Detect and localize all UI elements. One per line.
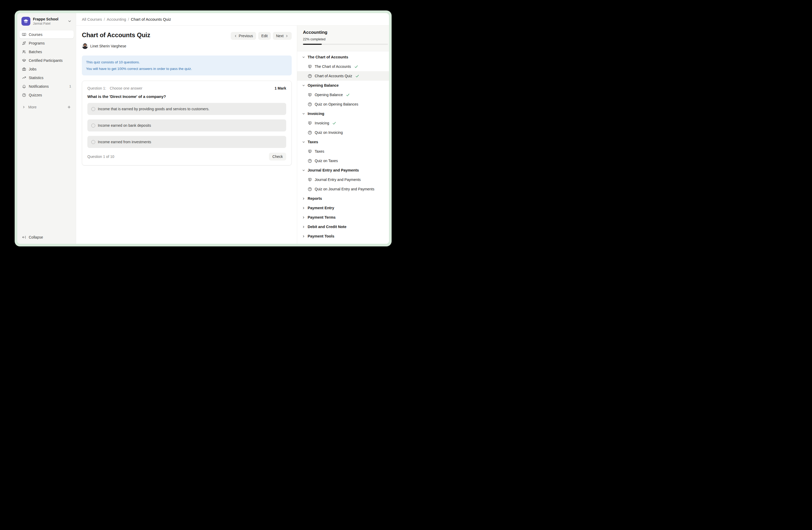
quiz-info-line2: You will have to get 100% correct answer… xyxy=(86,66,288,72)
outline-section-journal-entry-and-payments[interactable]: Journal Entry and Payments xyxy=(297,166,389,175)
answer-option-label: Income earned on bank deposits xyxy=(98,123,151,127)
completed-check-icon xyxy=(354,65,358,69)
outline-quiz-invoicing[interactable]: Quiz on Invoicing xyxy=(297,128,389,137)
outline-section-invoicing[interactable]: Invoicing xyxy=(297,109,389,118)
lesson-video-icon xyxy=(308,93,312,97)
outline-section-payment-tools[interactable]: Payment Tools xyxy=(297,232,389,241)
previous-button[interactable]: Previous xyxy=(231,32,256,40)
sidebar-item-statistics[interactable]: Statistics xyxy=(19,73,74,82)
workspace-switcher[interactable]: Frappe School Jannat Patel xyxy=(19,16,74,26)
outline-item-label: Opening Balance xyxy=(315,93,343,97)
outline-section-title: Invoicing xyxy=(308,112,324,116)
breadcrumb-separator: / xyxy=(128,17,129,22)
users-icon xyxy=(22,50,26,54)
sidebar-item-certified-participants[interactable]: Certified Participants xyxy=(19,56,74,65)
sidebar-item-notifications[interactable]: Notifications 1 xyxy=(19,82,74,90)
answer-options: Income that is earned by providing goods… xyxy=(87,103,286,148)
help-circle-icon xyxy=(22,93,26,97)
chevron-left-icon xyxy=(234,34,237,38)
desktop-background: Frappe School Jannat Patel Courses Progr… xyxy=(0,0,406,265)
outline-lesson-taxes[interactable]: Taxes xyxy=(297,147,389,156)
outline-lesson-invoicing[interactable]: Invoicing xyxy=(297,118,389,128)
question-marks: 1 Mark xyxy=(275,86,286,90)
sidebar-item-label: Statistics xyxy=(29,76,43,80)
sidebar-spacer xyxy=(19,111,74,233)
sidebar-item-label: Courses xyxy=(29,32,42,37)
outline-section-chart-of-accounts[interactable]: The Chart of Accounts xyxy=(297,52,389,62)
body-row: Chart of Accounts Quiz Previous Edit xyxy=(76,26,389,244)
chevron-right-icon xyxy=(302,206,305,210)
plus-icon[interactable] xyxy=(67,105,71,109)
outline-quiz-taxes[interactable]: Quiz on Taxes xyxy=(297,156,389,166)
previous-label: Previous xyxy=(239,34,253,38)
question-pagination: Question 1 of 10 xyxy=(87,154,114,159)
outline-section-title: Payment Terms xyxy=(308,215,336,220)
page-title: Chart of Accounts Quiz xyxy=(82,31,150,39)
radio-button[interactable] xyxy=(91,107,95,111)
sidebar-more-toggle[interactable]: More xyxy=(19,103,74,111)
chevron-right-icon xyxy=(285,34,289,38)
outline-lesson-journal-entry-and-payments[interactable]: Journal Entry and Payments xyxy=(297,175,389,184)
sidebar-item-programs[interactable]: Programs xyxy=(19,39,74,47)
course-progress-text: 22% completed xyxy=(303,38,383,41)
trending-up-icon xyxy=(22,76,26,80)
question-number-label: Question 1: xyxy=(87,86,106,90)
sidebar-item-jobs[interactable]: Jobs xyxy=(19,65,74,73)
course-panel-header: Accounting 22% completed xyxy=(297,26,389,51)
answer-option-3[interactable]: Income earned from investments xyxy=(87,136,286,148)
breadcrumb-all-courses[interactable]: All Courses xyxy=(82,17,102,22)
sidebar-item-courses[interactable]: Courses xyxy=(19,30,74,39)
author-name: Linet Sherin Varghese xyxy=(90,44,126,48)
breadcrumb-accounting[interactable]: Accounting xyxy=(107,17,126,22)
edit-button[interactable]: Edit xyxy=(258,32,271,40)
next-label: Next xyxy=(276,34,284,38)
sidebar-item-quizzes[interactable]: Quizzes xyxy=(19,91,74,99)
sidebar-nav: Courses Programs Batches Certified Parti… xyxy=(19,30,74,99)
chevron-down-icon xyxy=(302,84,305,87)
sidebar-more-label: More xyxy=(28,105,37,109)
completed-check-icon xyxy=(332,121,336,125)
outline-section-debit-and-credit-note[interactable]: Debit and Credit Note xyxy=(297,222,389,232)
outline-section-payment-terms[interactable]: Payment Terms xyxy=(297,213,389,222)
sidebar-collapse-button[interactable]: Collapse xyxy=(19,233,74,241)
outline-lesson-opening-balance[interactable]: Opening Balance xyxy=(297,90,389,99)
lesson-video-icon xyxy=(308,65,312,69)
breadcrumb-separator: / xyxy=(104,17,105,22)
outline-section-title: Reports xyxy=(308,196,322,200)
outline-section-payment-entry[interactable]: Payment Entry xyxy=(297,203,389,213)
progress-fill xyxy=(303,44,322,45)
answer-option-1[interactable]: Income that is earned by providing goods… xyxy=(87,103,286,115)
radio-button[interactable] xyxy=(91,124,95,127)
quiz-toolbar: Previous Edit Next xyxy=(231,32,292,40)
route-icon xyxy=(22,41,26,45)
outline-item-label: Quiz on Opening Balances xyxy=(315,102,358,106)
quiz-card: Question 1: Choose one answer 1 Mark Wha… xyxy=(82,81,292,166)
author-row: Linet Sherin Varghese xyxy=(82,43,292,49)
outline-quiz-journal-entry-and-payments[interactable]: Quiz on Journal Entry and Payments xyxy=(297,184,389,194)
sidebar-item-label: Jobs xyxy=(29,67,37,71)
outline-quiz-opening-balances[interactable]: Quiz on Opening Balances xyxy=(297,99,389,109)
completed-check-icon xyxy=(346,93,350,97)
chevron-right-icon xyxy=(302,197,305,200)
outline-quiz-chart-of-accounts-quiz[interactable]: Chart of Accounts Quiz xyxy=(297,71,389,81)
outline-item-label: Journal Entry and Payments xyxy=(315,178,361,182)
check-button[interactable]: Check xyxy=(269,153,286,161)
workspace-user: Jannat Patel xyxy=(33,22,65,26)
lesson-video-icon xyxy=(308,149,312,154)
chevron-right-icon xyxy=(302,216,305,219)
outline-section-opening-balance[interactable]: Opening Balance xyxy=(297,81,389,90)
course-outline-panel: Accounting 22% completed The Chart of Ac… xyxy=(297,26,389,244)
radio-button[interactable] xyxy=(91,140,95,144)
next-button[interactable]: Next xyxy=(273,32,292,40)
outline-section-title: Debit and Credit Note xyxy=(308,225,346,229)
app-window: Frappe School Jannat Patel Courses Progr… xyxy=(17,13,389,244)
question-text: What is the 'Direct Income' of a company… xyxy=(87,94,286,99)
outline-section-taxes[interactable]: Taxes xyxy=(297,137,389,147)
quiz-question-icon xyxy=(308,130,312,135)
outline-lesson-the-chart-of-accounts[interactable]: The Chart of Accounts xyxy=(297,62,389,71)
sidebar-item-batches[interactable]: Batches xyxy=(19,48,74,56)
outline-section-reports[interactable]: Reports xyxy=(297,194,389,203)
answer-option-label: Income that is earned by providing goods… xyxy=(98,107,209,111)
outline-section-title: Taxes xyxy=(308,140,318,144)
answer-option-2[interactable]: Income earned on bank deposits xyxy=(87,120,286,131)
